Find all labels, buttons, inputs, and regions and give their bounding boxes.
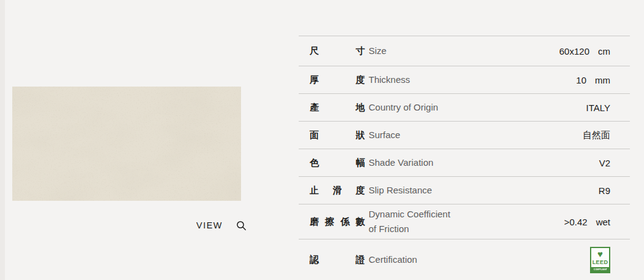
- spec-row: 產地 Country of Origin ITALY: [299, 93, 630, 121]
- product-image[interactable]: [12, 87, 241, 201]
- spec-value-group: 自然面: [583, 130, 610, 141]
- spec-label-en: Slip Resistance: [369, 183, 599, 198]
- spec-value: ITALY: [586, 103, 610, 113]
- product-detail-page: VIEW 尺寸 Size 60x120 cm 厚度 Thickness 10 m…: [0, 0, 644, 280]
- spec-unit: mm: [595, 75, 610, 85]
- spec-label-zh: 尺寸: [310, 45, 365, 57]
- spec-value-group: 60x120 cm: [559, 46, 610, 56]
- spec-label-en: Dynamic Coefficient of Friction: [369, 207, 564, 236]
- spec-value-group: >0.42 wet: [564, 217, 610, 227]
- leed-badge: ♥ LEED COMPLIANT: [590, 247, 610, 273]
- leed-label: LEED: [592, 260, 608, 265]
- spec-label-en: Shade Variation: [369, 155, 599, 170]
- spec-value: R9: [599, 185, 610, 196]
- spec-row: 尺寸 Size 60x120 cm: [299, 36, 630, 66]
- spec-value: 自然面: [583, 130, 610, 141]
- spec-label-zh: 止滑度: [310, 185, 365, 196]
- spec-label-zh: 厚度: [310, 74, 365, 86]
- spec-label-en: Surface: [369, 128, 583, 142]
- spec-value: 10: [576, 75, 586, 85]
- spec-value-group: ♥ LEED COMPLIANT: [590, 247, 610, 273]
- spec-label-zh: 磨擦係數: [310, 216, 365, 228]
- magnifier-icon: [236, 220, 247, 231]
- spec-value: 60x120: [559, 46, 589, 56]
- spec-label-zh: 產地: [310, 102, 365, 114]
- spec-value-group: 10 mm: [576, 75, 610, 85]
- spec-label-en: Country of Origin: [369, 100, 586, 115]
- spec-value: V2: [599, 158, 610, 168]
- leed-compliant-label: COMPLIANT: [593, 268, 607, 271]
- view-button-label: VIEW: [196, 220, 223, 230]
- leed-compliant-bar: COMPLIANT: [591, 267, 609, 272]
- spec-label-zh: 認證: [310, 254, 365, 266]
- left-edge-strip: [0, 0, 5, 280]
- spec-row: 色幅 Shade Variation V2: [299, 149, 630, 176]
- spec-label-en: Thickness: [369, 72, 576, 87]
- spec-label-en: Certification: [369, 252, 590, 267]
- spec-value: >0.42: [564, 217, 588, 227]
- spec-value-group: R9: [599, 185, 610, 196]
- view-button[interactable]: VIEW: [196, 218, 247, 233]
- tile-texture: [12, 87, 241, 201]
- spec-label-zh: 面狀: [310, 130, 365, 141]
- spec-label-zh: 色幅: [310, 157, 365, 169]
- spec-table: 尺寸 Size 60x120 cm 厚度 Thickness 10 mm 產地 …: [299, 36, 630, 280]
- spec-row: 認證 Certification ♥ LEED COMPLIANT: [299, 239, 630, 280]
- spec-row: 面狀 Surface 自然面: [299, 121, 630, 149]
- spec-row: 止滑度 Slip Resistance R9: [299, 176, 630, 204]
- spec-unit: wet: [596, 217, 610, 227]
- spec-row: 磨擦係數 Dynamic Coefficient of Friction >0.…: [299, 204, 630, 239]
- spec-value-group: ITALY: [586, 103, 610, 113]
- leed-heart-icon: ♥: [597, 249, 603, 259]
- spec-value-group: V2: [599, 158, 610, 168]
- spec-unit: cm: [598, 46, 610, 56]
- spec-label-en: Size: [369, 44, 559, 58]
- spec-row: 厚度 Thickness 10 mm: [299, 66, 630, 93]
